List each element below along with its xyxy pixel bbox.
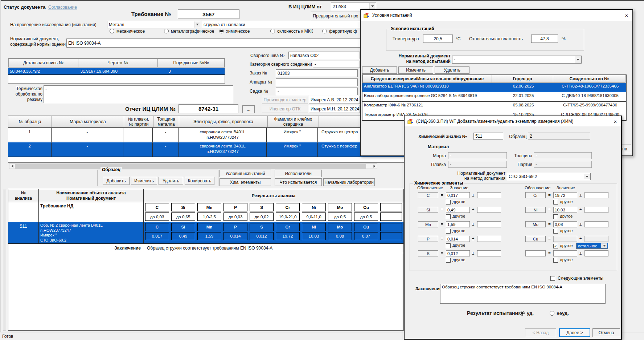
next-elements-checkbox[interactable] (550, 276, 555, 281)
chevron-down-icon[interactable] (194, 21, 200, 28)
other-checkbox[interactable] (446, 258, 451, 263)
element-value-input[interactable]: 19,72 (553, 192, 577, 198)
element-value-input[interactable]: 10,03 (553, 207, 577, 213)
radio-mechanical[interactable] (110, 29, 114, 33)
other-checkbox[interactable] (553, 229, 558, 234)
norm-doc-method-combobox[interactable]: СТО ЗиО-69.2 (507, 173, 591, 180)
other-checkbox[interactable] (446, 229, 451, 234)
scroll-right-arrow-icon[interactable] (372, 164, 377, 169)
chevron-down-icon[interactable] (575, 56, 581, 63)
other-checkbox[interactable] (446, 243, 451, 248)
thickness-input[interactable]: - (534, 152, 592, 159)
instrument-add-button[interactable]: Добавить (362, 66, 397, 74)
test-conditions-button[interactable]: Условия испытаний (220, 170, 271, 177)
element-designation-box[interactable]: Mo (525, 221, 546, 227)
element-tolerance-input[interactable] (477, 192, 501, 198)
samples-col-header[interactable]: Электроды, флюс, проволока (179, 116, 268, 128)
sample-copy-button[interactable]: Копировать (185, 177, 214, 185)
element-designation-box[interactable]: P (418, 236, 438, 242)
element-tolerance-input[interactable] (584, 221, 608, 227)
result-ok-radio[interactable] (520, 311, 525, 316)
instruments-col-header[interactable]: Годен до (492, 75, 553, 83)
otk-inspector-button[interactable]: Инспектор ОТК (262, 105, 308, 113)
close-icon[interactable]: × (612, 118, 619, 125)
other-value-combobox[interactable]: остальное (576, 243, 608, 249)
requirement-number-input[interactable]: 3567 (178, 9, 239, 19)
radio-ferrite[interactable] (322, 29, 327, 33)
apparatus-number-input[interactable] (276, 78, 358, 86)
scroll-left-arrow-icon[interactable] (9, 164, 15, 169)
instruments-col-header[interactable]: Средство измерения/Испытательное оборудо… (362, 75, 492, 83)
norm-doc-input[interactable]: EN ISO 90084-A (66, 39, 360, 48)
element-value-input[interactable]: 0,08 (553, 221, 577, 227)
other-checkbox[interactable] (553, 200, 558, 205)
element-tolerance-input[interactable] (584, 236, 608, 242)
research-object-input[interactable]: стружка от наплавки (202, 21, 360, 28)
melt-input[interactable]: - (448, 161, 507, 168)
production-master-button[interactable]: Производств. мастер (262, 96, 308, 104)
back-button[interactable]: < Назад (525, 328, 556, 337)
close-icon[interactable]: × (623, 12, 630, 19)
weld-seam-input[interactable]: наплавка O02 (288, 52, 360, 59)
document-status-link[interactable]: Согласование (48, 5, 77, 10)
radio-mkk[interactable] (270, 29, 275, 33)
other-checkbox[interactable] (553, 214, 558, 219)
horizontal-scrollbar[interactable] (9, 163, 377, 169)
results-analysis-row[interactable]: 511 Обр. № 2 сварочная лента B401L п.HOW… (8, 222, 403, 244)
sample-edit-button[interactable]: Изменить (131, 177, 157, 185)
thermal-treatment-input[interactable]: - (44, 85, 233, 103)
dialog-title-bar[interactable]: (СИД-360.3.ПИ) WF Добавить/изменить/удал… (405, 116, 621, 126)
element-value-input[interactable] (553, 250, 577, 256)
element-tolerance-input[interactable] (477, 236, 501, 242)
sample-number-input[interactable]: 2 (528, 133, 590, 140)
instruments-col-header[interactable]: Свидетельство № (553, 75, 625, 83)
lab-head-button[interactable]: Начальник лаборатории (323, 178, 375, 186)
element-tolerance-input[interactable] (477, 221, 501, 227)
otk-inspector-value[interactable]: Имярек М.Н. 20.12.2024 (309, 105, 360, 113)
element-value-input[interactable]: 0,017 (446, 192, 470, 198)
chevron-down-icon[interactable] (601, 243, 607, 248)
samples-col-header[interactable]: Фамилия и клеймо сварщика (267, 116, 319, 128)
temperature-input[interactable]: 20,5 (423, 35, 453, 43)
cancel-button[interactable]: Отмена (592, 328, 620, 337)
instrument-row-selected[interactable]: Анализатор ELTRA (CS 946) № 8089929318 0… (362, 83, 626, 92)
element-designation-box[interactable]: Ni (525, 207, 546, 213)
research-type-combobox[interactable]: Металл (107, 21, 201, 28)
element-value-input[interactable]: 0,014 (446, 236, 470, 242)
samples-col-header[interactable]: № плавки, № партии (124, 116, 153, 128)
executors-button[interactable]: Исполнители (275, 170, 322, 177)
detail-table-row[interactable]: 58.0448.36.79/2 31.9167.19.694.390 3 (8, 68, 225, 75)
element-tolerance-input[interactable] (584, 250, 608, 256)
vertical-scrollbar[interactable] (3, 190, 6, 331)
instrument-edit-button[interactable]: Изменить (398, 66, 433, 74)
samples-col-header[interactable]: Толщина металла (153, 116, 179, 128)
element-designation-box[interactable]: S (418, 250, 438, 256)
scrollbar-thumb[interactable] (15, 164, 366, 169)
preliminary-view-button[interactable]: Предварительный про (311, 12, 360, 20)
chem-analysis-input[interactable]: 511 (473, 133, 503, 140)
samples-col-header[interactable]: Марка материала (52, 116, 124, 128)
other-checkbox-checked[interactable] (553, 244, 558, 248)
radio-metallographic[interactable] (164, 29, 169, 33)
dialog-title-bar[interactable]: Условия испытаний (361, 10, 632, 21)
element-value-input[interactable]: 0,012 (446, 250, 470, 256)
conclusion-textarea[interactable]: Образец стружки соответствует требования… (440, 284, 606, 304)
element-designation-box[interactable]: Mn (418, 221, 438, 227)
samples-col-header[interactable]: № образца (8, 116, 52, 128)
radio-chemical[interactable] (219, 29, 224, 33)
weld-category-input[interactable]: - (313, 61, 360, 68)
element-tolerance-input[interactable] (477, 250, 501, 256)
instrument-delete-button[interactable]: Удалить (435, 66, 469, 74)
result-fail-radio[interactable] (550, 311, 554, 316)
humidity-input[interactable]: 47,8 (531, 35, 558, 43)
element-designation-box[interactable] (525, 250, 546, 256)
element-value-input[interactable] (553, 236, 577, 242)
samples-table-row-selected[interactable]: 2 - - сварочная лента B401L п.HOW2377324… (8, 142, 404, 157)
report-more-button[interactable]: ... (242, 105, 255, 113)
detail-col-header[interactable]: Порядковые №№ (157, 58, 225, 67)
sadka-number-input[interactable]: - (276, 88, 358, 95)
sample-add-button[interactable]: Добавить (103, 177, 130, 185)
element-value-input[interactable]: 0,49 (446, 207, 470, 213)
order-number-input[interactable]: 01303 (276, 69, 358, 77)
other-checkbox[interactable] (553, 258, 558, 263)
